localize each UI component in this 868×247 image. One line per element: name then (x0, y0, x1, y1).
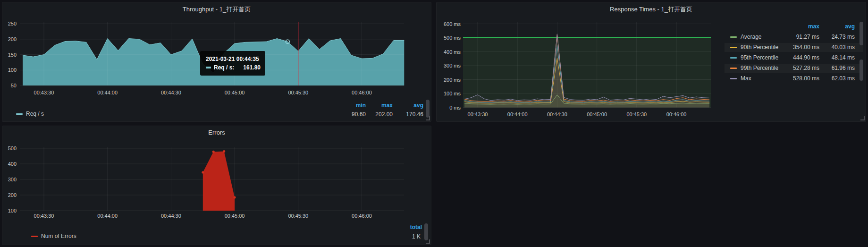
series-color-dash (16, 113, 23, 115)
legend-avg-value: 62.03 ms (817, 75, 855, 82)
legend-scrollbar[interactable] (860, 22, 863, 45)
legend-row-99th: 99th Percentile 527.28 ms 61.96 ms (725, 64, 863, 73)
panel-resize-handle[interactable] (426, 116, 430, 120)
svg-text:00:46:00: 00:46:00 (352, 90, 372, 95)
legend-header-max[interactable]: max (782, 23, 819, 30)
svg-text:200 ms: 200 ms (444, 77, 461, 83)
legend-item-num-of-errors[interactable]: Num of Errors (31, 233, 76, 239)
legend-series-label: Req / s (26, 111, 44, 117)
legend-avg-value: 40.03 ms (817, 44, 855, 51)
panel-response-times: Response Times - 1_打开首页 0 ms100 ms200 ms… (436, 2, 866, 122)
legend-avg-value: 24.73 ms (817, 34, 855, 40)
panel-resize-handle[interactable] (426, 239, 430, 244)
svg-text:0 ms: 0 ms (449, 105, 461, 111)
tooltip-value: 161.80 (243, 63, 261, 72)
series-color-dash (730, 36, 737, 38)
svg-text:00:44:30: 00:44:30 (161, 90, 181, 95)
svg-text:100: 100 (8, 208, 17, 213)
panel-errors: Errors 10020030040050000:43:3000:44:0000… (2, 126, 431, 245)
tooltip-timestamp: 2021-03-21 00:44:35 (206, 55, 261, 63)
legend-max-value: 354.00 ms (782, 44, 819, 51)
legend-item-req-s[interactable]: Req / s (16, 111, 44, 117)
legend-series-label[interactable]: 90th Percentile (741, 44, 778, 51)
svg-text:00:45:30: 00:45:30 (626, 111, 647, 117)
legend-series-label[interactable]: 99th Percentile (741, 65, 778, 71)
tooltip-series-dash (206, 67, 211, 68)
svg-text:00:45:00: 00:45:00 (225, 90, 245, 95)
legend-header-total[interactable]: total (384, 224, 422, 230)
svg-text:00:46:00: 00:46:00 (666, 111, 687, 117)
legend-max-value: 444.90 ms (782, 54, 819, 61)
svg-text:50: 50 (11, 83, 17, 88)
legend-avg-value: 61.96 ms (817, 65, 855, 71)
svg-text:00:45:30: 00:45:30 (288, 90, 308, 95)
svg-text:00:44:30: 00:44:30 (547, 111, 567, 117)
series-color-dash (730, 57, 737, 59)
legend-scrollbar[interactable] (860, 60, 863, 81)
svg-text:100: 100 (8, 67, 17, 73)
svg-text:100 ms: 100 ms (444, 91, 461, 96)
legend-max-value: 527.28 ms (782, 65, 819, 71)
panel-resize-handle[interactable] (860, 116, 865, 120)
svg-text:00:45:00: 00:45:00 (587, 111, 607, 117)
legend-row-95th: 95th Percentile 444.90 ms 48.14 ms (725, 53, 863, 62)
svg-text:500: 500 (8, 145, 17, 151)
legend-avg-value: 170.46 (386, 111, 423, 118)
series-color-dash (31, 236, 38, 237)
svg-text:00:44:00: 00:44:00 (507, 111, 528, 117)
svg-text:00:43:30: 00:43:30 (468, 111, 488, 117)
svg-text:300: 300 (8, 177, 17, 182)
svg-text:00:46:00: 00:46:00 (352, 213, 372, 219)
svg-text:200: 200 (8, 192, 17, 198)
tooltip-series-label: Req / s: (214, 63, 234, 72)
legend-series-label[interactable]: 95th Percentile (741, 54, 778, 61)
legend-row-max: Max 528.00 ms 62.03 ms (725, 74, 863, 83)
svg-text:00:44:30: 00:44:30 (161, 213, 181, 219)
svg-text:00:44:00: 00:44:00 (97, 90, 118, 95)
svg-text:00:43:30: 00:43:30 (34, 213, 54, 219)
legend-series-label: Num of Errors (41, 233, 76, 239)
svg-text:500 ms: 500 ms (444, 35, 461, 41)
legend-row-90th: 90th Percentile 354.00 ms 40.03 ms (725, 43, 863, 52)
errors-chart[interactable]: 10020030040050000:43:3000:44:0000:44:300… (2, 126, 431, 245)
series-color-dash (730, 78, 737, 79)
legend-header-avg[interactable]: avg (817, 23, 855, 30)
legend-avg-value: 48.14 ms (817, 54, 855, 61)
svg-text:250: 250 (8, 21, 17, 26)
legend-row-average: Average 91.27 ms 24.73 ms (725, 33, 863, 42)
legend-series-label[interactable]: Max (741, 75, 751, 82)
legend-header-avg[interactable]: avg (386, 102, 423, 109)
svg-text:400: 400 (8, 161, 17, 167)
svg-text:400 ms: 400 ms (444, 49, 461, 55)
chart-tooltip: 2021-03-21 00:44:35 Req / s: 161.80 (200, 51, 265, 76)
svg-text:00:45:00: 00:45:00 (225, 213, 245, 219)
svg-text:300 ms: 300 ms (444, 63, 461, 68)
legend-scrollbar[interactable] (424, 223, 428, 240)
legend-scrollbar[interactable] (426, 100, 430, 118)
panel-throughput: Throughput - 1_打开首页 5010015020025000:43:… (2, 2, 431, 122)
legend-total-value: 1 K (383, 233, 421, 240)
legend-series-label[interactable]: Average (741, 34, 761, 40)
series-color-dash (730, 47, 737, 48)
series-color-dash (730, 68, 737, 69)
svg-text:00:43:30: 00:43:30 (34, 90, 54, 95)
legend-max-value: 528.00 ms (782, 75, 819, 82)
svg-text:00:44:00: 00:44:00 (97, 213, 118, 219)
svg-text:150: 150 (8, 52, 17, 58)
svg-text:200: 200 (8, 36, 17, 42)
svg-text:00:45:30: 00:45:30 (288, 213, 308, 219)
svg-text:600 ms: 600 ms (444, 21, 461, 27)
legend-max-value: 91.27 ms (782, 34, 819, 40)
